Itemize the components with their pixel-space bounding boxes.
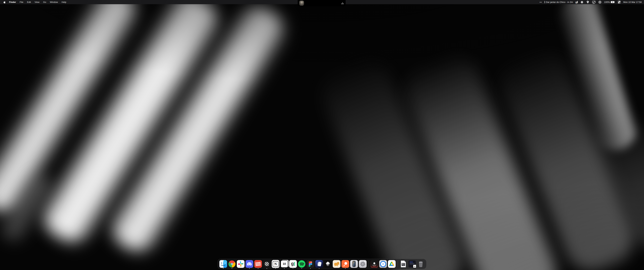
status-control-center[interactable]: [618, 0, 621, 4]
dock-item-notion[interactable]: N: [272, 260, 280, 268]
dock-item-chrome[interactable]: [228, 260, 236, 268]
dock-item-postico[interactable]: [333, 260, 340, 268]
raycast-underline: [373, 266, 376, 266]
dock-item-screen-studio[interactable]: [315, 260, 323, 268]
dock-item-discord[interactable]: [246, 260, 253, 268]
google-drive-icon: [388, 260, 396, 268]
slack-icon: [237, 260, 244, 268]
status-bloom[interactable]: [580, 0, 584, 4]
dock-item-finder[interactable]: [219, 260, 227, 268]
wallpaper: [0, 0, 644, 270]
running-indicator: [284, 268, 284, 269]
cube-3d-icon: [324, 260, 332, 268]
screen-studio-icon: [315, 260, 323, 268]
pick-icon: [586, 1, 590, 4]
figma-icon: [306, 260, 314, 268]
menu-view[interactable]: View: [33, 0, 41, 4]
linear-icon: [263, 260, 271, 268]
menu-bar-status: •• Dar jantar do Chico · in 2m g: [540, 0, 644, 4]
desktop: Finder File Edit View Go Window Help •• …: [0, 0, 644, 270]
dock-item-granola[interactable]: g: [289, 260, 297, 268]
dock-item-spotify[interactable]: [298, 260, 306, 268]
status-display[interactable]: [592, 0, 596, 4]
event-text: Dar jantar do Chico · in 2m: [546, 1, 573, 3]
status-calendar-event[interactable]: Dar jantar do Chico · in 2m: [544, 0, 573, 4]
notch-media-module[interactable]: [298, 0, 346, 6]
dock-item-trash[interactable]: [417, 260, 425, 268]
dock-item-raycast[interactable]: raycast: [370, 260, 378, 268]
status-battery[interactable]: 100%: [604, 0, 615, 4]
menu-go[interactable]: Go: [41, 0, 48, 4]
running-indicator: [266, 268, 267, 269]
raycast-diamond: [373, 262, 376, 264]
calendar-day-number: 10: [283, 262, 286, 266]
status-overflow[interactable]: ••: [540, 0, 542, 4]
menu-bar-left: Finder File Edit View Go Window Help: [0, 0, 68, 4]
control-center-icon: [618, 1, 621, 4]
wallpaper-vignette: [0, 0, 644, 270]
menu-help[interactable]: Help: [60, 0, 68, 4]
menu-window[interactable]: Window: [48, 0, 60, 4]
running-indicator: [258, 268, 258, 269]
running-indicator: [293, 268, 293, 269]
finder-icon: [219, 260, 227, 268]
dock-item-figma[interactable]: [306, 260, 314, 268]
apple-menu[interactable]: [2, 0, 7, 4]
dock-item-google-drive[interactable]: [388, 260, 396, 268]
trash-icon: [417, 260, 425, 268]
dock-item-linear[interactable]: [263, 260, 271, 268]
apple-icon: [3, 1, 6, 4]
discord-icon: [246, 260, 253, 268]
dock: N 10 g: [218, 259, 426, 269]
postman-icon: [342, 260, 349, 268]
menu-file[interactable]: File: [18, 0, 25, 4]
todoist-icon: [254, 260, 262, 268]
settings-gear-icon: [359, 260, 366, 268]
running-indicator: [345, 268, 346, 269]
running-indicator: [310, 268, 311, 269]
status-onepassword[interactable]: [598, 0, 602, 4]
dock-item-iphone-mirroring[interactable]: [350, 260, 358, 268]
menu-app-name[interactable]: Finder: [7, 0, 18, 4]
running-indicator: [301, 268, 302, 269]
dock-item-notion-calendar[interactable]: 10: [280, 260, 288, 268]
running-indicator: [249, 268, 250, 269]
granola-letter: g: [291, 261, 294, 266]
dock-item-slack[interactable]: [237, 260, 244, 268]
dock-separator: [398, 260, 398, 267]
raycast-label: raycast: [372, 264, 376, 266]
battery-charging-icon: [611, 1, 615, 3]
minimized-window-thumbnail: 11: [408, 260, 416, 268]
spotify-icon: [298, 260, 306, 268]
dock-item-postman[interactable]: [342, 260, 349, 268]
iphone-mirroring-icon: [350, 260, 358, 268]
notion-calendar-icon: 10: [280, 260, 288, 268]
onepassword-icon: [379, 260, 387, 268]
notion-icon: N: [272, 260, 280, 268]
dock-item-document[interactable]: [400, 260, 407, 268]
running-indicator: [319, 268, 320, 269]
notion-letter: N: [274, 262, 277, 266]
status-pick[interactable]: [586, 0, 590, 4]
running-indicator: [275, 268, 276, 269]
dock-item-todoist[interactable]: [254, 260, 262, 268]
running-indicator: [223, 268, 224, 269]
menu-edit[interactable]: Edit: [25, 0, 33, 4]
now-playing-album-art[interactable]: [299, 1, 304, 6]
status-granola[interactable]: g: [576, 0, 578, 4]
overflow-dots-icon: ••: [540, 1, 542, 3]
event-color-bar-icon: [544, 1, 545, 3]
dock-item-cube-app[interactable]: [324, 260, 332, 268]
status-clock[interactable]: Mon 10 Mar 17:58: [623, 0, 642, 4]
running-indicator: [232, 268, 232, 269]
onepassword-icon: [598, 1, 602, 4]
dock-item-system-settings[interactable]: [359, 260, 366, 268]
chrome-icon: [228, 260, 236, 268]
bloom-icon: [580, 1, 584, 4]
battery-percent: 100%: [604, 1, 610, 3]
dock-item-minimized-window[interactable]: 11: [408, 260, 416, 268]
granola-cursor: [294, 262, 295, 266]
dock-item-1password[interactable]: [379, 260, 387, 268]
postico-elephant-icon: [333, 260, 340, 268]
raycast-icon: raycast: [370, 260, 378, 268]
